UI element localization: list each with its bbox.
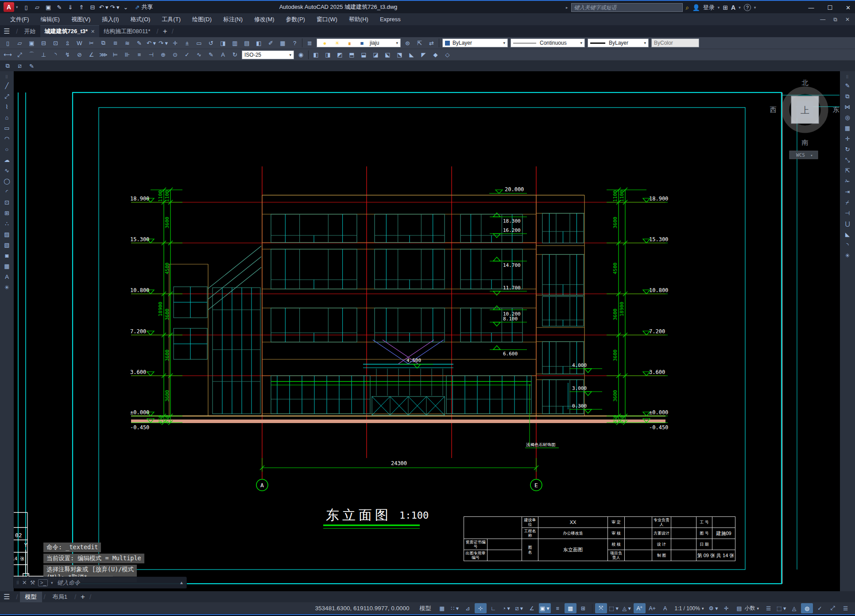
region-icon[interactable]: ◙ [2,250,12,261]
quick-properties-toggle[interactable]: ☰ [762,603,774,613]
selection-cycling-toggle[interactable]: ⊞ [577,603,589,613]
search-input[interactable] [571,3,683,12]
model-space-button[interactable]: 模型 [416,604,435,613]
extend-icon[interactable]: ⇥ [842,187,853,197]
app-menu-caret-icon[interactable]: ▾ [16,5,18,9]
dim-inspect-icon[interactable]: ✓ [182,50,193,60]
dim-text-edit-icon[interactable]: A [217,50,228,60]
move-faces-icon[interactable]: ⬓ [358,50,369,60]
plot-icon[interactable]: ⊟ [38,38,49,48]
dim-diameter-icon[interactable]: ⊘ [74,50,85,60]
gradient-icon[interactable]: ▧ [2,240,12,250]
qat-customize-icon[interactable]: ⌄ [120,2,132,12]
open-icon[interactable]: ▱ [14,38,25,48]
grid-toggle[interactable]: ▦ [436,603,448,613]
zoom-realtime-icon[interactable]: ± [182,38,193,48]
lineweight-toggle[interactable]: ≡ [552,603,564,613]
command-close-icon[interactable]: ✕ [22,579,27,586]
qat-plot-icon[interactable]: ⊟ [87,2,98,12]
dim-jogged-icon[interactable]: ↯ [62,50,73,60]
command-tools-icon[interactable]: ⚒ [30,579,35,586]
dim-edit-icon[interactable]: ✎ [205,50,217,60]
copy-faces-icon[interactable]: ◤ [418,50,429,60]
ungroup-icon[interactable]: ⧄ [14,61,25,71]
window-close-button[interactable]: ✕ [846,4,851,11]
lineweight-dropdown[interactable]: ByLayer ▾ [588,38,649,47]
command-recent-caret-icon[interactable]: ▾ [51,581,53,585]
mirror-icon[interactable]: ⋈ [842,102,853,112]
menu-help[interactable]: 帮助(H) [343,14,374,25]
revision-cloud-icon[interactable]: ☁ [2,155,12,165]
chamfer-icon[interactable]: ◣ [842,229,853,239]
join-icon[interactable]: ⋃ [842,219,853,229]
zoom-window-icon[interactable]: ▭ [193,38,205,48]
dim-style-dropdown[interactable]: ISO-25 ▾ [242,50,294,59]
dim-break-icon[interactable]: ⊣ [146,50,157,60]
customization-menu[interactable]: ☰ [840,603,851,613]
help-icon[interactable]: ? [744,4,751,11]
pan-icon[interactable]: ✛ [170,38,181,48]
copy-clip-icon[interactable]: ⧉ [98,38,109,48]
qat-redo-icon[interactable]: ↷ ▾ [109,2,120,12]
dim-radius-icon[interactable]: ◝ [50,50,61,60]
new-tab-button[interactable]: + [160,27,170,36]
qat-undo-icon[interactable]: ↶ ▾ [98,2,109,12]
tab-start[interactable]: 开始 [20,26,40,37]
layer-color-icon[interactable]: ■ [356,38,368,48]
polar-tracking-toggle[interactable]: ◔ ▾ [500,603,512,613]
sign-in-link[interactable]: 登录 [703,4,715,12]
break-icon[interactable]: ⊣ [842,208,853,218]
dynamic-input-toggle[interactable]: ⊹ [475,603,487,613]
move-icon[interactable]: ✛ [842,134,853,144]
offset-faces-icon[interactable]: ◪ [370,50,381,60]
save-icon[interactable]: ▣ [26,38,37,48]
menu-express[interactable]: Express [374,14,406,24]
annotation-scale-button[interactable]: 1:1 / 100% ▾ [672,604,707,612]
transparency-toggle[interactable]: ▩ [565,603,576,613]
publish-icon[interactable]: ⇫ [62,38,73,48]
arc-icon[interactable]: ◠ [2,134,12,144]
qat-open-web-mobile-icon[interactable]: ⇓ [65,2,76,12]
plot-style-dropdown[interactable]: ByColor [651,38,699,47]
autoscale-toggle[interactable]: A+ [646,603,658,613]
menu-edit[interactable]: 编辑(E) [35,14,66,25]
annotation-scale-icon[interactable]: A [659,603,671,613]
snap-toggle[interactable]: ∷ ▾ [449,603,461,613]
hardware-acceleration-toggle[interactable]: ◍ [801,603,813,613]
quick-dim-icon[interactable]: ⋙ [98,50,109,60]
dim-arc-length-icon[interactable]: ⌒ [26,50,37,60]
system-health-icon[interactable]: ✓ [814,603,826,613]
circle-icon[interactable]: ○ [2,144,12,154]
menu-parametric[interactable]: 参数(P) [280,14,311,25]
layer-on-icon[interactable]: ● [319,38,330,48]
tab-model[interactable]: 模型 [20,592,42,602]
annotation-visibility-toggle[interactable]: A° [634,603,646,613]
object-snap-toggle[interactable]: ▣ ▾ [539,603,551,613]
search-collapse-icon[interactable]: ▸ [566,5,568,10]
zoom-previous-icon[interactable]: ↺ [205,38,217,48]
object-snap-tracking-toggle[interactable]: ∠ [526,603,538,613]
layer-properties-icon[interactable]: ≣ [304,38,315,48]
tolerance-icon[interactable]: ⊕ [158,50,169,60]
qat-save-icon[interactable]: ▣ [43,2,54,12]
units-button[interactable]: ▤ 小数 ▾ [733,602,762,614]
quickcalc-icon[interactable]: ▦ [277,38,288,48]
group-icon[interactable]: ⧉ [2,61,13,71]
properties-palette-icon[interactable]: ◨ [217,38,228,48]
qat-new-icon[interactable]: ▯ [21,2,32,12]
line-icon[interactable]: ╱ [2,81,12,91]
doc-restore-button[interactable]: ⧉ [833,16,837,23]
tab-other-drawing[interactable]: 结构施工图08011* [99,26,155,37]
sign-in-caret-icon[interactable]: ▾ [718,5,720,10]
command-expand-icon[interactable]: ▲ [179,580,184,585]
file-tab-menu-icon[interactable]: ☰ [4,27,10,35]
insert-block-icon[interactable]: ⊡ [2,197,12,208]
menu-format[interactable]: 格式(O) [125,14,156,25]
new-icon[interactable]: ▯ [2,38,13,48]
window-minimize-button[interactable]: — [808,4,814,11]
window-maximize-button[interactable]: ☐ [827,4,832,11]
qat-open-icon[interactable]: ▱ [32,2,43,12]
workspace-switching-icon[interactable]: ⚙ ▾ [707,603,719,613]
layout-menu-icon[interactable]: ☰ [4,593,10,601]
rotate-faces-icon[interactable]: ⬔ [394,50,405,60]
